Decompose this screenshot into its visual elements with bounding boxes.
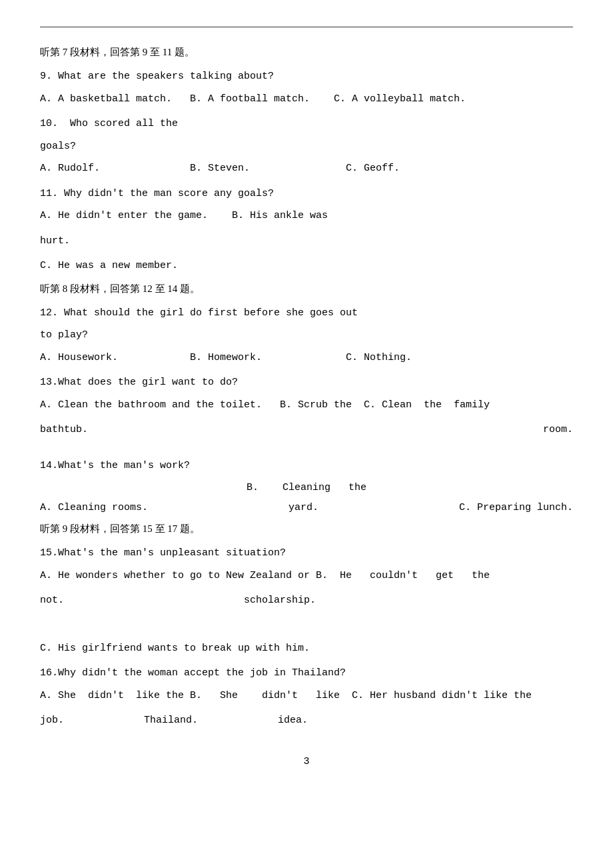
q11-options-line2: hurt.: [40, 233, 573, 250]
q10-options: A. Rudolf. B. Steven. C. Geoff.: [40, 160, 573, 177]
q16-opt-c2: idea.: [278, 712, 308, 729]
q14-option-b-label: B. Cleaning the: [40, 479, 573, 497]
q12-text: 12. What should the girl do first before…: [40, 305, 573, 322]
q14-opt-c: C. Preparing lunch.: [459, 499, 573, 517]
q14-options-row: A. Cleaning rooms. yard. C. Preparing lu…: [40, 499, 573, 517]
top-divider: [40, 27, 573, 27]
q10-option-a: A. Rudolf. B. Steven. C. Geoff.: [40, 163, 400, 174]
section7-header: 听第 7 段材料，回答第 9 至 11 题。: [40, 46, 573, 59]
q13-opt-c2: room.: [543, 421, 573, 439]
q11-text: 11. Why didn't the man score any goals?: [40, 185, 573, 203]
q14-text: 14.What's the man's work?: [40, 457, 573, 475]
q16-text: 16.Why didn't the woman accept the job i…: [40, 665, 573, 682]
q9-text: 9. What are the speakers talking about?: [40, 68, 573, 85]
q9-options: A. A basketball match. B. A football mat…: [40, 91, 573, 108]
q13-opt-a2: bathtub.: [40, 421, 88, 439]
question-12: 12. What should the girl do first before…: [40, 305, 573, 367]
q16-opt-a2: job.: [40, 712, 64, 729]
question-9: 9. What are the speakers talking about? …: [40, 68, 573, 107]
question-10: 10. Who scored all the goals? A. Rudolf.…: [40, 115, 573, 177]
q15-option-c: C. His girlfriend wants to break up with…: [40, 640, 573, 657]
section8-header: 听第 8 段材料，回答第 12 至 14 题。: [40, 283, 573, 295]
q16-options-line1: A. She didn't like the B. She didn't lik…: [40, 687, 573, 705]
q14-opt-b2: yard.: [289, 499, 318, 517]
q13-options-line2: bathtub. room.: [40, 421, 573, 439]
q10-text: 10. Who scored all the: [40, 115, 573, 133]
q11-option-c: C. He was a new member.: [40, 257, 573, 275]
question-11: 11. Why didn't the man score any goals? …: [40, 185, 573, 275]
q15-options-line2: not. scholarship.: [40, 592, 573, 609]
q14-opt-a: A. Cleaning rooms.: [40, 499, 148, 517]
question-15: 15.What's the man's unpleasant situation…: [40, 545, 573, 609]
q15-options-line1: A. He wonders whether to go to New Zeala…: [40, 567, 573, 585]
q15-text: 15.What's the man's unpleasant situation…: [40, 545, 573, 562]
q12-options: A. Housework. B. Homework. C. Nothing.: [40, 349, 573, 367]
section9-header: 听第 9 段材料，回答第 15 至 17 题。: [40, 523, 573, 535]
q13-options-line1: A. Clean the bathroom and the toilet. B.…: [40, 397, 573, 414]
q15-opt-a2: not.: [40, 592, 64, 609]
q9-option-a: A. A basketball match. B. A football mat…: [40, 93, 466, 105]
question-14: 14.What's the man's work? B. Cleaning th…: [40, 457, 573, 517]
q11-options-line1: A. He didn't enter the game. B. His ankl…: [40, 207, 573, 225]
q16-options-line2: job. Thailand. idea.: [40, 712, 573, 729]
q10-text2: goals?: [40, 138, 573, 155]
q13-text: 13.What does the girl want to do?: [40, 374, 573, 391]
question-13: 13.What does the girl want to do? A. Cle…: [40, 374, 573, 439]
q15-opt-b2: scholarship.: [244, 592, 316, 609]
q12-text2: to play?: [40, 327, 573, 344]
q16-opt-b2: Thailand.: [144, 712, 198, 729]
page-number: 3: [40, 756, 573, 767]
question-16: 16.Why didn't the woman accept the job i…: [40, 665, 573, 729]
